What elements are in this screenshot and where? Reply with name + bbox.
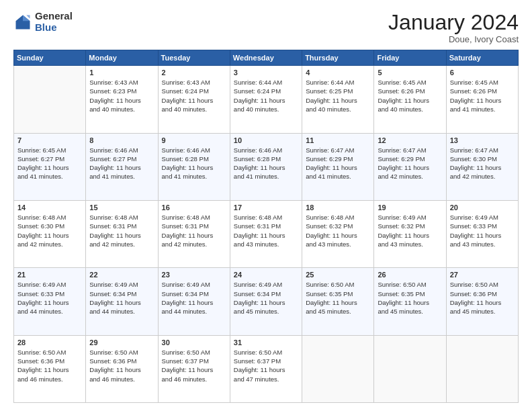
day-number: 9	[162, 136, 226, 144]
calendar-cell: 29Sunrise: 6:50 AM Sunset: 6:36 PM Dayli…	[86, 335, 158, 402]
logo-general-text: General	[35, 11, 73, 22]
calendar-cell: 5Sunrise: 6:45 AM Sunset: 6:26 PM Daylig…	[374, 66, 446, 133]
calendar-cell	[302, 335, 374, 402]
col-saturday: Saturday	[446, 50, 518, 66]
calendar-cell: 13Sunrise: 6:47 AM Sunset: 6:30 PM Dayli…	[446, 133, 518, 200]
day-info: Sunrise: 6:45 AM Sunset: 6:27 PM Dayligh…	[17, 146, 82, 181]
calendar-cell: 20Sunrise: 6:49 AM Sunset: 6:33 PM Dayli…	[446, 200, 518, 267]
day-number: 23	[162, 271, 226, 279]
day-info: Sunrise: 6:49 AM Sunset: 6:32 PM Dayligh…	[378, 213, 442, 248]
day-info: Sunrise: 6:48 AM Sunset: 6:30 PM Dayligh…	[17, 213, 82, 248]
day-number: 24	[234, 271, 298, 279]
calendar-header-row: Sunday Monday Tuesday Wednesday Thursday…	[14, 50, 519, 66]
day-info: Sunrise: 6:48 AM Sunset: 6:31 PM Dayligh…	[162, 213, 226, 248]
day-info: Sunrise: 6:43 AM Sunset: 6:24 PM Dayligh…	[162, 78, 226, 113]
day-number: 7	[17, 136, 82, 144]
calendar-cell: 30Sunrise: 6:50 AM Sunset: 6:37 PM Dayli…	[158, 335, 230, 402]
calendar-cell: 15Sunrise: 6:48 AM Sunset: 6:31 PM Dayli…	[86, 200, 158, 267]
day-info: Sunrise: 6:49 AM Sunset: 6:34 PM Dayligh…	[89, 280, 154, 316]
logo-icon	[13, 13, 32, 32]
day-number: 31	[234, 338, 298, 347]
calendar-cell: 21Sunrise: 6:49 AM Sunset: 6:33 PM Dayli…	[14, 268, 86, 335]
day-number: 2	[162, 68, 226, 77]
day-info: Sunrise: 6:49 AM Sunset: 6:34 PM Dayligh…	[162, 280, 226, 316]
day-info: Sunrise: 6:50 AM Sunset: 6:36 PM Dayligh…	[89, 348, 154, 383]
day-number: 1	[89, 68, 154, 77]
day-info: Sunrise: 6:45 AM Sunset: 6:26 PM Dayligh…	[378, 78, 442, 113]
day-info: Sunrise: 6:44 AM Sunset: 6:25 PM Dayligh…	[306, 78, 370, 113]
day-info: Sunrise: 6:48 AM Sunset: 6:32 PM Dayligh…	[306, 213, 370, 248]
calendar-week-3: 14Sunrise: 6:48 AM Sunset: 6:30 PM Dayli…	[14, 200, 519, 267]
day-info: Sunrise: 6:50 AM Sunset: 6:35 PM Dayligh…	[378, 280, 442, 316]
day-number: 10	[234, 136, 298, 144]
calendar-cell: 4Sunrise: 6:44 AM Sunset: 6:25 PM Daylig…	[302, 66, 374, 133]
calendar-table: Sunday Monday Tuesday Wednesday Thursday…	[13, 50, 519, 403]
day-number: 25	[306, 271, 370, 279]
calendar-cell	[446, 335, 518, 402]
day-number: 19	[378, 203, 442, 212]
day-number: 14	[17, 203, 82, 212]
calendar-week-1: 1Sunrise: 6:43 AM Sunset: 6:23 PM Daylig…	[14, 66, 519, 133]
day-info: Sunrise: 6:46 AM Sunset: 6:28 PM Dayligh…	[234, 146, 298, 181]
day-number: 11	[306, 136, 370, 144]
calendar-cell: 14Sunrise: 6:48 AM Sunset: 6:30 PM Dayli…	[14, 200, 86, 267]
day-number: 6	[450, 68, 515, 77]
calendar-cell	[14, 66, 86, 133]
day-info: Sunrise: 6:48 AM Sunset: 6:31 PM Dayligh…	[89, 213, 154, 248]
title-section: January 2024 Doue, Ivory Coast	[388, 11, 519, 44]
day-number: 26	[378, 271, 442, 279]
svg-marker-2	[26, 15, 30, 18]
day-number: 16	[162, 203, 226, 212]
day-number: 12	[378, 136, 442, 144]
day-info: Sunrise: 6:44 AM Sunset: 6:24 PM Dayligh…	[234, 78, 298, 113]
calendar-cell: 1Sunrise: 6:43 AM Sunset: 6:23 PM Daylig…	[86, 66, 158, 133]
day-info: Sunrise: 6:46 AM Sunset: 6:27 PM Dayligh…	[89, 146, 154, 181]
calendar-cell: 2Sunrise: 6:43 AM Sunset: 6:24 PM Daylig…	[158, 66, 230, 133]
calendar-cell: 12Sunrise: 6:47 AM Sunset: 6:29 PM Dayli…	[374, 133, 446, 200]
calendar-cell: 6Sunrise: 6:45 AM Sunset: 6:26 PM Daylig…	[446, 66, 518, 133]
day-info: Sunrise: 6:49 AM Sunset: 6:33 PM Dayligh…	[17, 280, 82, 316]
day-number: 3	[234, 68, 298, 77]
day-info: Sunrise: 6:45 AM Sunset: 6:26 PM Dayligh…	[450, 78, 515, 113]
day-info: Sunrise: 6:50 AM Sunset: 6:36 PM Dayligh…	[17, 348, 82, 383]
calendar-cell: 3Sunrise: 6:44 AM Sunset: 6:24 PM Daylig…	[230, 66, 302, 133]
day-number: 15	[89, 203, 154, 212]
day-info: Sunrise: 6:50 AM Sunset: 6:36 PM Dayligh…	[450, 280, 515, 316]
calendar-week-4: 21Sunrise: 6:49 AM Sunset: 6:33 PM Dayli…	[14, 268, 519, 335]
day-info: Sunrise: 6:47 AM Sunset: 6:29 PM Dayligh…	[378, 146, 442, 181]
day-info: Sunrise: 6:50 AM Sunset: 6:35 PM Dayligh…	[306, 280, 370, 316]
day-number: 20	[450, 203, 515, 212]
calendar-cell: 19Sunrise: 6:49 AM Sunset: 6:32 PM Dayli…	[374, 200, 446, 267]
day-number: 28	[17, 338, 82, 347]
calendar-cell: 31Sunrise: 6:50 AM Sunset: 6:37 PM Dayli…	[230, 335, 302, 402]
calendar-cell: 9Sunrise: 6:46 AM Sunset: 6:28 PM Daylig…	[158, 133, 230, 200]
calendar-cell: 10Sunrise: 6:46 AM Sunset: 6:28 PM Dayli…	[230, 133, 302, 200]
logo-text: General Blue	[35, 11, 73, 33]
logo: General Blue	[13, 11, 73, 33]
month-title: January 2024	[388, 11, 519, 34]
calendar-cell: 23Sunrise: 6:49 AM Sunset: 6:34 PM Dayli…	[158, 268, 230, 335]
calendar-cell: 11Sunrise: 6:47 AM Sunset: 6:29 PM Dayli…	[302, 133, 374, 200]
day-number: 18	[306, 203, 370, 212]
header: General Blue January 2024 Doue, Ivory Co…	[13, 11, 519, 44]
day-info: Sunrise: 6:49 AM Sunset: 6:34 PM Dayligh…	[234, 280, 298, 316]
day-number: 4	[306, 68, 370, 77]
location: Doue, Ivory Coast	[388, 34, 519, 44]
calendar-cell: 28Sunrise: 6:50 AM Sunset: 6:36 PM Dayli…	[14, 335, 86, 402]
calendar-cell: 25Sunrise: 6:50 AM Sunset: 6:35 PM Dayli…	[302, 268, 374, 335]
logo-blue-text: Blue	[35, 22, 73, 34]
col-sunday: Sunday	[14, 50, 86, 66]
col-thursday: Thursday	[302, 50, 374, 66]
day-number: 17	[234, 203, 298, 212]
day-number: 22	[89, 271, 154, 279]
day-number: 21	[17, 271, 82, 279]
day-info: Sunrise: 6:43 AM Sunset: 6:23 PM Dayligh…	[89, 78, 154, 113]
day-number: 8	[89, 136, 154, 144]
page: General Blue January 2024 Doue, Ivory Co…	[0, 0, 532, 411]
calendar-cell: 16Sunrise: 6:48 AM Sunset: 6:31 PM Dayli…	[158, 200, 230, 267]
day-info: Sunrise: 6:50 AM Sunset: 6:37 PM Dayligh…	[162, 348, 226, 383]
calendar-cell: 26Sunrise: 6:50 AM Sunset: 6:35 PM Dayli…	[374, 268, 446, 335]
col-tuesday: Tuesday	[158, 50, 230, 66]
calendar-week-2: 7Sunrise: 6:45 AM Sunset: 6:27 PM Daylig…	[14, 133, 519, 200]
col-wednesday: Wednesday	[230, 50, 302, 66]
